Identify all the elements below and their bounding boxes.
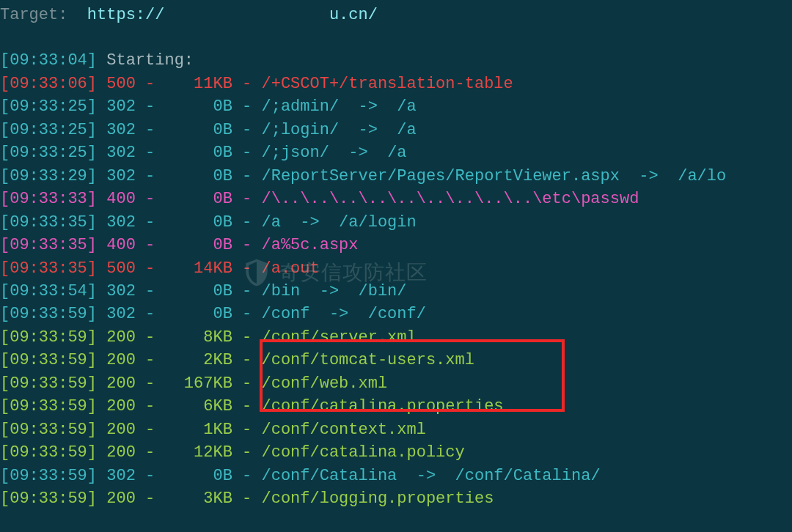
status-code: 200 (106, 397, 136, 415)
scan-result-row: [09:33:59] 200 - 12KB - /conf/catalina.p… (0, 441, 792, 464)
separator: - (136, 397, 175, 415)
scan-result-row: [09:33:59] 200 - 1KB - /conf/context.xml (0, 418, 792, 441)
separator: - (232, 328, 262, 347)
target-url-suffix: u.cn/ (329, 6, 378, 24)
starting-line: [09:33:04] Starting: (0, 49, 792, 72)
size: 11KB (175, 75, 232, 93)
separator: - (136, 305, 175, 323)
scan-result-row: [09:33:59] 200 - 167KB - /conf/web.xml (0, 372, 792, 395)
redirect-path: /a/login (339, 213, 417, 232)
path: /;admin/ (261, 97, 339, 116)
separator: - (232, 351, 262, 369)
separator: - (136, 489, 175, 508)
path: /conf/catalina.properties (261, 397, 503, 415)
size: 1KB (175, 421, 232, 439)
scan-result-row: [09:33:59] 200 - 2KB - /conf/tomcat-user… (0, 349, 792, 372)
timestamp: [09:33:59] (0, 421, 97, 439)
status-code: 500 (106, 75, 136, 93)
status-code: 200 (106, 374, 136, 393)
scan-result-row: [09:33:29] 302 - 0B - /ReportServer/Page… (0, 165, 792, 188)
starting-label: Starting: (106, 51, 194, 70)
status-code: 200 (106, 421, 136, 439)
target-line: Target: https:// u.cn/ (0, 3, 792, 26)
separator: - (232, 121, 262, 139)
separator: - (136, 213, 175, 232)
separator: - (232, 282, 262, 300)
redirect-path: /conf/ (368, 305, 426, 323)
status-code: 302 (106, 97, 136, 116)
scan-result-row: [09:33:59] 200 - 8KB - /conf/server.xml (0, 326, 792, 349)
status-code: 400 (106, 236, 136, 254)
separator: - (136, 190, 175, 208)
path: /conf/web.xml (261, 374, 387, 393)
scan-result-row: [09:33:54] 302 - 0B - /bin -> /bin/ (0, 280, 792, 303)
separator: - (136, 236, 175, 254)
size: 0B (175, 144, 232, 162)
status-code: 200 (106, 443, 136, 462)
separator: - (136, 259, 175, 278)
timestamp: [09:33:04] (0, 51, 97, 70)
separator: - (232, 144, 262, 162)
timestamp: [09:33:59] (0, 467, 97, 485)
arrow: -> (281, 213, 339, 232)
blank-line (0, 26, 792, 49)
separator: - (232, 443, 262, 462)
timestamp: [09:33:59] (0, 328, 97, 347)
separator: - (136, 467, 175, 485)
size: 167KB (175, 374, 232, 393)
timestamp: [09:33:59] (0, 489, 97, 508)
separator: - (136, 443, 175, 462)
scan-result-row: [09:33:59] 200 - 3KB - /conf/logging.pro… (0, 487, 792, 510)
path: /a%5c.aspx (261, 236, 358, 254)
timestamp: [09:33:59] (0, 374, 97, 393)
separator: - (232, 489, 262, 508)
separator: - (232, 467, 262, 485)
status-code: 200 (106, 328, 136, 347)
status-code: 302 (106, 282, 136, 300)
arrow: -> (397, 467, 455, 485)
separator: - (232, 305, 262, 323)
size: 0B (175, 282, 232, 300)
status-code: 302 (106, 144, 136, 162)
status-code: 302 (106, 167, 136, 185)
path: /ReportServer/Pages/ReportViewer.aspx (261, 167, 619, 185)
scan-result-row: [09:33:59] 302 - 0B - /conf/Catalina -> … (0, 465, 792, 487)
path: /conf/catalina.policy (261, 443, 464, 462)
separator: - (136, 144, 175, 162)
size: 0B (175, 467, 232, 485)
path: /conf (261, 305, 309, 323)
separator: - (136, 328, 175, 347)
status-code: 302 (106, 467, 136, 485)
separator: - (232, 97, 262, 116)
terminal-output: Target: https:// u.cn/ [09:33:04] Starti… (0, 3, 792, 511)
scan-result-row: [09:33:33] 400 - 0B - /\..\..\..\..\..\.… (0, 188, 792, 210)
timestamp: [09:33:06] (0, 75, 97, 93)
redirect-path: /a/lo (678, 167, 726, 185)
separator: - (232, 374, 262, 393)
separator: - (136, 121, 175, 139)
separator: - (136, 282, 175, 300)
arrow: -> (339, 97, 397, 116)
status-code: 302 (106, 121, 136, 139)
separator: - (232, 397, 262, 415)
redirect-path: /a (397, 121, 416, 139)
separator: - (232, 236, 262, 254)
status-code: 302 (106, 305, 136, 323)
timestamp: [09:33:59] (0, 351, 97, 369)
timestamp: [09:33:35] (0, 259, 97, 278)
scan-result-row: [09:33:59] 200 - 6KB - /conf/catalina.pr… (0, 395, 792, 418)
timestamp: [09:33:29] (0, 167, 97, 185)
path: /;json/ (261, 144, 329, 162)
timestamp: [09:33:35] (0, 213, 97, 232)
path: /+CSCOT+/translation-table (261, 75, 513, 93)
timestamp: [09:33:25] (0, 144, 97, 162)
size: 0B (175, 305, 232, 323)
redirect-path: /conf/Catalina/ (455, 467, 601, 485)
path: /conf/tomcat-users.xml (261, 351, 474, 369)
size: 8KB (175, 328, 232, 347)
arrow: -> (620, 167, 678, 185)
target-url-scheme: https:// (87, 6, 165, 24)
size: 0B (175, 97, 232, 116)
status-code: 400 (106, 190, 136, 208)
redirect-path: /a (397, 97, 416, 116)
